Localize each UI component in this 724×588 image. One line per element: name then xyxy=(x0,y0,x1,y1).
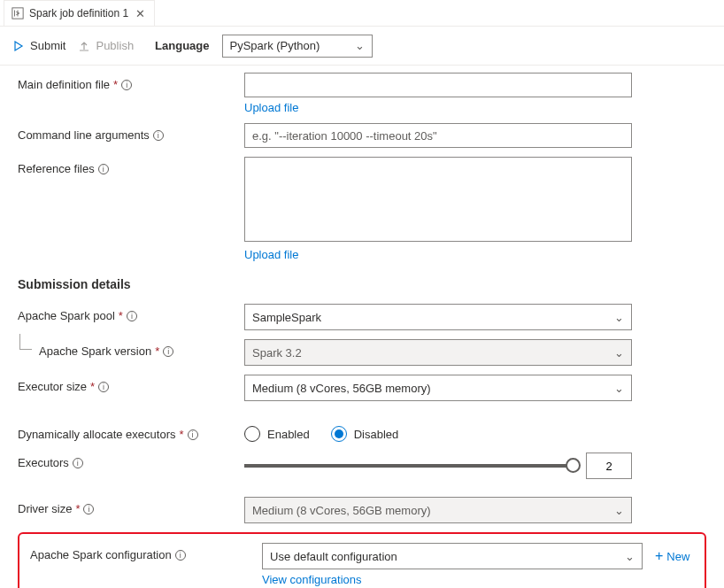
spark-config-highlight: Apache Spark configuration i Use default… xyxy=(18,532,706,588)
info-icon[interactable]: i xyxy=(188,429,198,440)
info-icon[interactable]: i xyxy=(175,550,186,561)
chevron-down-icon: ⌄ xyxy=(614,382,624,395)
toolbar: Submit Publish Language PySpark (Python)… xyxy=(0,27,724,66)
info-icon[interactable]: i xyxy=(121,80,132,90)
cmd-args-input[interactable] xyxy=(244,123,632,148)
radio-enabled[interactable]: Enabled xyxy=(244,426,310,442)
main-def-input[interactable] xyxy=(244,73,632,97)
language-select[interactable]: PySpark (Python) ⌄ xyxy=(222,35,373,58)
chevron-down-icon: ⌄ xyxy=(614,311,624,324)
ref-files-label: Reference files i xyxy=(18,157,244,175)
submission-details-header: Submission details xyxy=(18,277,706,291)
executors-label: Executors i xyxy=(18,451,244,469)
language-label: Language xyxy=(155,39,209,52)
radio-icon xyxy=(331,426,347,442)
radio-disabled[interactable]: Disabled xyxy=(331,426,399,442)
info-icon[interactable]: i xyxy=(83,504,94,514)
info-icon[interactable]: i xyxy=(153,130,164,141)
slider-thumb[interactable] xyxy=(566,458,581,473)
chevron-down-icon: ⌄ xyxy=(614,346,624,360)
info-icon[interactable]: i xyxy=(73,458,83,468)
chevron-down-icon: ⌄ xyxy=(625,550,635,563)
spark-config-label: Apache Spark configuration i xyxy=(30,543,262,561)
radio-icon xyxy=(244,426,260,442)
upload-file-link-2[interactable]: Upload file xyxy=(244,248,298,261)
executor-size-select[interactable]: Medium (8 vCores, 56GB memory) ⌄ xyxy=(244,375,632,401)
ref-files-input[interactable] xyxy=(244,157,632,242)
publish-icon xyxy=(78,40,90,52)
driver-size-label: Driver size * i xyxy=(18,497,244,515)
tab-bar: Spark job definition 1 ✕ xyxy=(0,0,724,27)
view-configurations-link[interactable]: View configurations xyxy=(262,573,362,586)
executor-size-label: Executor size * i xyxy=(18,375,244,393)
play-icon xyxy=(12,40,25,52)
info-icon[interactable]: i xyxy=(98,164,109,174)
chevron-down-icon: ⌄ xyxy=(355,39,365,52)
publish-button[interactable]: Publish xyxy=(78,39,134,52)
spark-pool-label: Apache Spark pool * i xyxy=(18,304,244,322)
close-icon[interactable]: ✕ xyxy=(134,7,147,20)
chevron-down-icon: ⌄ xyxy=(614,504,624,517)
tab-spark-job-def[interactable]: Spark job definition 1 ✕ xyxy=(4,0,155,27)
spark-pool-select[interactable]: SampleSpark ⌄ xyxy=(244,304,632,330)
cmd-args-label: Command line arguments i xyxy=(18,123,244,142)
driver-size-select: Medium (8 vCores, 56GB memory) ⌄ xyxy=(244,497,632,523)
spark-version-label: Apache Spark version * i xyxy=(18,339,244,358)
tab-title: Spark job definition 1 xyxy=(29,7,128,19)
upload-file-link[interactable]: Upload file xyxy=(244,101,298,114)
info-icon[interactable]: i xyxy=(163,346,173,357)
plus-icon: + xyxy=(655,548,663,564)
submit-button[interactable]: Submit xyxy=(12,39,65,52)
spark-config-select[interactable]: Use default configuration ⌄ xyxy=(262,543,643,569)
info-icon[interactable]: i xyxy=(127,311,137,321)
new-config-button[interactable]: + New xyxy=(655,548,689,564)
executors-slider[interactable] xyxy=(244,464,574,468)
dyn-alloc-label: Dynamically allocate executors * i xyxy=(18,422,244,441)
executors-value-input[interactable] xyxy=(586,453,632,479)
spark-job-icon xyxy=(12,7,24,19)
spark-version-select: Spark 3.2 ⌄ xyxy=(244,339,632,366)
main-def-label: Main definition file * i xyxy=(18,73,244,91)
info-icon[interactable]: i xyxy=(98,382,109,392)
